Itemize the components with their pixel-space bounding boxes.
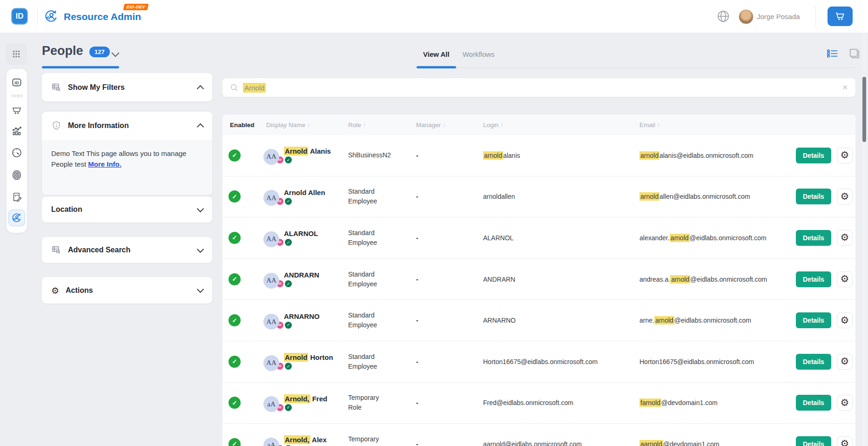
count-badge: 127 (89, 47, 110, 57)
avatar: AA (263, 314, 279, 330)
col-display-name[interactable]: Display Name↑ (259, 122, 348, 128)
verified-badge-icon: ✓ (285, 280, 292, 287)
filter-search-icon (51, 82, 61, 93)
active-page-indicator (42, 66, 119, 68)
login-cell: ANDRARN (483, 276, 639, 283)
show-my-filters-label: Show My Filters (68, 83, 198, 92)
search-input[interactable]: Arnold ✕ (222, 78, 855, 97)
row-settings-button[interactable]: ⚙ (837, 395, 853, 411)
verified-badge-icon: ✓ (285, 198, 292, 205)
id-badge-icon: ID (11, 77, 22, 88)
row-settings-button[interactable]: ⚙ (837, 312, 853, 328)
actions-header[interactable]: ⚙ Actions (42, 277, 212, 304)
details-button[interactable]: Details (796, 230, 831, 246)
role-cell: Temporary Role (348, 434, 416, 446)
apps-grid-icon (12, 49, 21, 59)
card-view-icon[interactable] (849, 48, 860, 59)
login-cell: arnoldallen (483, 193, 639, 200)
tab-workflows[interactable]: Workflows (456, 41, 501, 68)
chevron-up-icon (197, 123, 204, 131)
location-label: Location (51, 205, 198, 214)
scrollbar-track[interactable] (862, 33, 867, 446)
row-settings-button[interactable]: ⚙ (837, 354, 853, 370)
email-cell: alexander.arnold@eidlabs.onmicrosoft.com (639, 234, 791, 242)
sidebar-item-people-active[interactable] (8, 209, 25, 226)
enabled-status-icon: ✓ (229, 273, 241, 285)
details-button[interactable]: Details (796, 312, 831, 328)
manager-cell: - (416, 234, 483, 242)
details-button[interactable]: Details (796, 148, 831, 163)
advanced-search-header[interactable]: Advanced Search (42, 237, 212, 263)
more-information-body: Demo Text This page allows you to manage… (42, 140, 212, 195)
row-settings-button[interactable]: ⚙ (837, 271, 853, 287)
avatar: aA (263, 438, 279, 446)
tab-view-all[interactable]: View All (417, 41, 456, 68)
display-name: ANDRARN (284, 271, 348, 279)
gear-icon: ⚙ (51, 285, 59, 296)
chevron-down-icon[interactable] (112, 49, 120, 57)
manager-cell: - (416, 276, 483, 283)
avatar: AA (263, 273, 279, 289)
more-info-link[interactable]: More Info. (88, 160, 121, 168)
chevron-down-icon (197, 205, 204, 212)
display-name: ARNARNO (284, 312, 348, 320)
more-information-label: More Information (68, 122, 198, 130)
row-settings-button[interactable]: ⚙ (837, 230, 853, 246)
table-row: ✓aAArnold, Fred✉✓Temporary Role-Fred@eid… (222, 383, 855, 424)
enabled-status-icon: ✓ (229, 149, 241, 162)
details-button[interactable]: Details (796, 354, 831, 370)
gauge-icon (11, 147, 22, 158)
search-query-highlight: Arnold (243, 83, 266, 93)
more-information-header[interactable]: More Information (42, 112, 212, 140)
dotted-divider (11, 95, 22, 97)
user-name[interactable]: Jorge Posada (757, 13, 800, 20)
display-name: Arnold Alanis (284, 147, 348, 155)
location-header[interactable]: Location (42, 196, 212, 223)
tasks-edit-icon (12, 192, 22, 203)
sidebar-item-analytics[interactable] (8, 120, 26, 142)
details-button[interactable]: Details (796, 189, 831, 204)
row-settings-button[interactable]: ⚙ (837, 148, 853, 163)
company-logo[interactable]: ID (11, 8, 28, 25)
language-globe-icon[interactable] (717, 10, 730, 23)
table-row: ✓AAArnold Allen✉✓Standard Employee-arnol… (222, 176, 855, 218)
email-cell: arne.arnold@eidlabs.onmicrosoft.com (639, 317, 791, 324)
sidebar-item-gauge[interactable] (8, 142, 26, 164)
col-manager[interactable]: Manager↑ (416, 122, 483, 128)
row-settings-button[interactable]: ⚙ (837, 436, 853, 446)
user-avatar[interactable] (739, 9, 754, 24)
scrollbar-thumb[interactable] (862, 77, 866, 142)
login-cell: aarnold@eidlabs.onmicrosoft.com (483, 440, 639, 446)
display-name: Arnold, Fred (284, 395, 348, 403)
verified-badge-icon: ✓ (285, 239, 292, 246)
details-button[interactable]: Details (796, 395, 831, 411)
details-button[interactable]: Details (796, 271, 831, 287)
chevron-down-icon (197, 245, 204, 253)
verified-badge-icon: ✓ (285, 322, 292, 329)
col-email[interactable]: Email↑ (639, 122, 791, 128)
actions-label: Actions (66, 286, 198, 295)
role-cell: Standard Employee (348, 311, 416, 330)
cart-button[interactable] (828, 7, 853, 26)
sidebar-item-tasks[interactable] (8, 186, 26, 208)
apps-grid-button[interactable] (6, 43, 27, 65)
clear-search-icon[interactable]: ✕ (842, 83, 848, 92)
details-button[interactable]: Details (796, 436, 831, 446)
sidebar-item-id-badge[interactable]: ID (8, 74, 26, 91)
table-row: ✓aAArnold, Alex✉✓Temporary Role-aarnold@… (222, 424, 855, 446)
sidebar-item-cart[interactable] (8, 101, 26, 120)
page-title: People (42, 44, 83, 58)
col-login[interactable]: Login↑ (483, 122, 639, 128)
login-cell: ALARNOL (483, 234, 639, 242)
col-role[interactable]: Role↑ (348, 122, 416, 128)
filter-search-icon (51, 245, 61, 255)
list-view-icon[interactable] (827, 48, 839, 59)
person-sync-icon (11, 212, 22, 223)
avatar: AA (263, 355, 279, 371)
table-header: Enabled Display Name↑ Role↑ Manager↑ Log… (222, 115, 855, 135)
show-my-filters-header[interactable]: Show My Filters (42, 73, 212, 101)
verified-badge-icon: ✓ (285, 404, 292, 411)
row-settings-button[interactable]: ⚙ (837, 189, 853, 204)
login-cell: Fred@eidlabs.onmicrosoft.com (483, 399, 639, 406)
sidebar-item-fingerprint[interactable] (8, 164, 26, 186)
